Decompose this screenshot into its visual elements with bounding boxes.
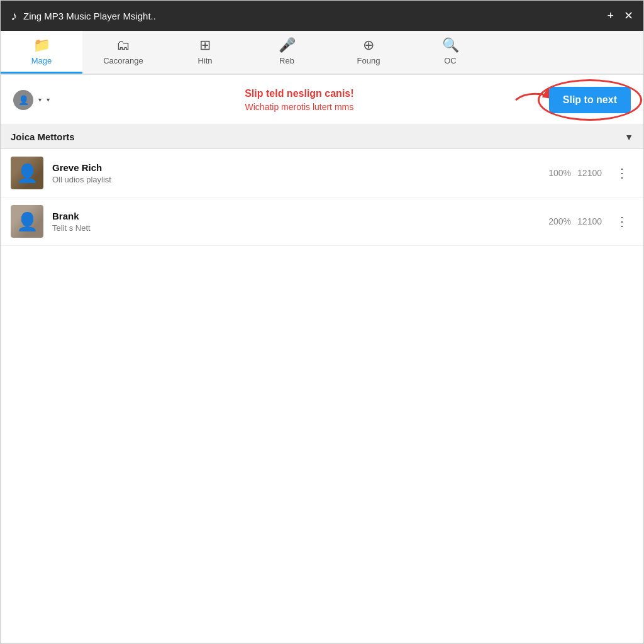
nav-tabs: 📁 Mage 🗂 Cacorange ⊞ Hitn 🎤 Reb ⊕ Foung …	[1, 31, 643, 75]
track-subtitle-2: Telit s Nett	[52, 223, 540, 233]
track-item: Greve Rich Oll udios playlist 100% 12100…	[1, 149, 643, 197]
track-name-1: Greve Rich	[52, 162, 540, 173]
title-bar: ♪ Zing MP3 Music Player Msight.. + ✕	[1, 1, 643, 31]
track-more-button-2[interactable]: ⋮	[611, 211, 633, 231]
profile-icon: 👤	[18, 95, 29, 105]
notification-sub-text: Wichatip merotis lutert mms	[50, 102, 549, 112]
track-list: Greve Rich Oll udios playlist 100% 12100…	[1, 149, 643, 643]
profile-chevron-icon[interactable]: ▾	[38, 96, 42, 103]
section-header: Joica Mettorts ▼	[1, 125, 643, 149]
track-count-2: 12100	[577, 216, 602, 226]
tab-foung[interactable]: ⊕ Foung	[328, 31, 409, 74]
slip-to-next-button[interactable]: Slip to next	[549, 87, 631, 113]
tab-mage[interactable]: 📁 Mage	[1, 31, 82, 74]
section-chevron-icon[interactable]: ▼	[625, 132, 633, 142]
track-meta-1: 100% 12100	[548, 168, 602, 178]
foung-icon: ⊕	[363, 37, 374, 53]
track-avatar-2	[11, 205, 43, 238]
oc-icon: 🔍	[442, 37, 459, 53]
tab-cacorange-label: Cacorange	[103, 56, 143, 65]
hitn-icon: ⊞	[199, 37, 211, 53]
notification-main-text: Slip teld neslign canis!	[50, 88, 549, 99]
track-meta-2: 200% 12100	[548, 216, 602, 226]
track-subtitle-1: Oll udios playlist	[52, 175, 540, 184]
tab-hitn-label: Hitn	[197, 56, 212, 65]
track-percent-1: 100%	[548, 168, 571, 178]
add-window-button[interactable]: +	[607, 9, 614, 23]
tab-hitn[interactable]: ⊞ Hitn	[164, 31, 246, 74]
tab-reb[interactable]: 🎤 Reb	[246, 31, 328, 74]
track-item-2: Brank Telit s Nett 200% 12100 ⋮	[1, 197, 643, 246]
cacorange-icon: 🗂	[116, 37, 130, 53]
notification-right: Slip to next	[549, 87, 631, 113]
track-avatar-1	[11, 157, 43, 189]
track-info-2: Brank Telit s Nett	[52, 211, 540, 233]
tab-mage-label: Mage	[31, 56, 52, 65]
tab-cacorange[interactable]: 🗂 Cacorange	[82, 31, 164, 74]
reb-icon: 🎤	[279, 37, 296, 53]
app-window: ♪ Zing MP3 Music Player Msight.. + ✕ 📁 M…	[0, 0, 644, 644]
track-percent-2: 200%	[548, 216, 571, 226]
notification-center: Slip teld neslign canis! Wichatip meroti…	[50, 88, 549, 112]
track-name-2: Brank	[52, 211, 540, 221]
app-title: Zing MP3 Music Player Msight..	[23, 11, 156, 21]
slip-to-next-wrapper: Slip to next	[549, 87, 631, 113]
notification-left: 👤 ▾ ▾	[13, 90, 50, 110]
track-info-1: Greve Rich Oll udios playlist	[52, 162, 540, 184]
title-bar-controls: + ✕	[607, 9, 633, 23]
track-more-button-1[interactable]: ⋮	[611, 163, 633, 183]
title-bar-left: ♪ Zing MP3 Music Player Msight..	[11, 9, 156, 23]
tab-foung-label: Foung	[357, 56, 380, 65]
notification-bar: 👤 ▾ ▾ Slip teld neslign canis! Wichatip …	[1, 75, 643, 125]
close-window-button[interactable]: ✕	[624, 9, 633, 23]
mage-icon: 📁	[33, 37, 50, 53]
tab-reb-label: Reb	[279, 56, 294, 65]
tab-oc[interactable]: 🔍 OC	[409, 31, 491, 74]
app-icon: ♪	[11, 9, 17, 23]
profile-avatar: 👤	[13, 90, 33, 110]
section-title: Joica Mettorts	[11, 131, 75, 142]
track-count-1: 12100	[577, 168, 602, 178]
tab-oc-label: OC	[444, 56, 457, 65]
